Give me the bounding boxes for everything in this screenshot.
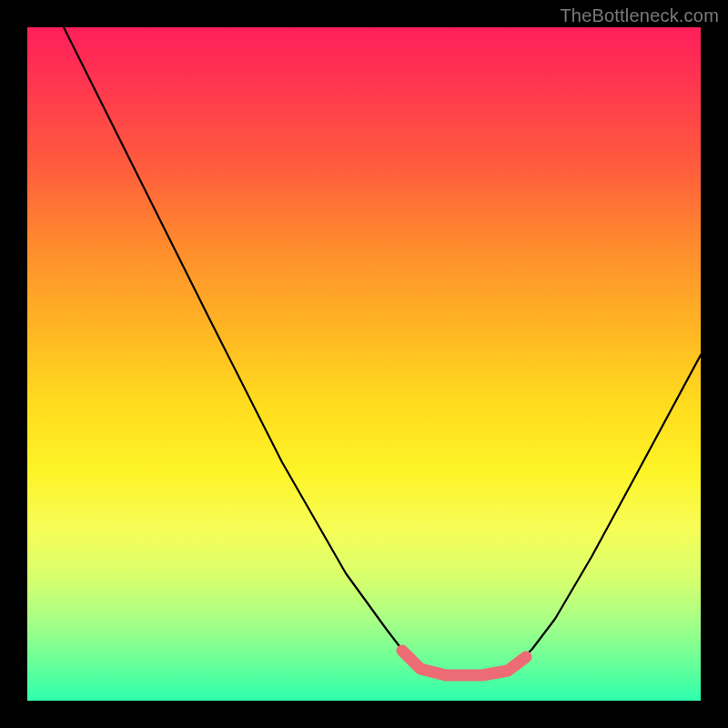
chart-frame: TheBottleneck.com bbox=[0, 0, 728, 728]
bottleneck-curve bbox=[64, 27, 701, 675]
highlight-segment bbox=[402, 651, 526, 675]
curve-svg bbox=[27, 27, 701, 701]
plot-area bbox=[27, 27, 701, 701]
watermark-text: TheBottleneck.com bbox=[560, 5, 719, 26]
